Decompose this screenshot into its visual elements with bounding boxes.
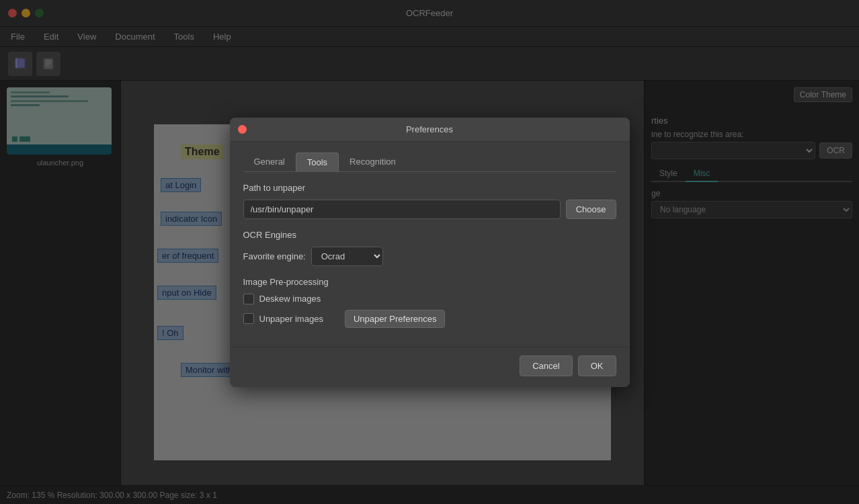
engines-section-header: OCR Engines [243, 230, 616, 240]
engine-selection-row: Favorite engine: Ocrad Tesseract CuneiFo… [243, 247, 616, 266]
choose-button[interactable]: Choose [566, 200, 616, 219]
deskew-checkbox[interactable] [243, 294, 254, 304]
favorite-engine-label: Favorite engine: [243, 251, 306, 261]
deskew-label: Deskew images [259, 294, 321, 304]
modal-tab-general[interactable]: General [243, 153, 296, 171]
modal-tab-recognition[interactable]: Recognition [339, 153, 407, 171]
unpaper-preferences-button[interactable]: Unpaper Preferences [345, 310, 446, 328]
favorite-engine-select[interactable]: Ocrad Tesseract CuneiForm [311, 247, 383, 266]
modal-tabs: General Tools Recognition [243, 153, 616, 172]
modal-titlebar: Preferences [230, 118, 630, 142]
unpaper-checkbox[interactable] [243, 313, 254, 324]
unpaper-label: Unpaper images [259, 314, 323, 324]
cancel-button[interactable]: Cancel [520, 355, 572, 376]
path-row: Choose [243, 200, 616, 219]
unpaper-row: Unpaper images Unpaper Preferences [243, 310, 616, 328]
modal-body: General Tools Recognition Path to unpape… [230, 142, 630, 347]
deskew-row: Deskew images [243, 294, 616, 304]
modal-footer: Cancel OK [230, 347, 630, 387]
unpaper-path-input[interactable] [243, 200, 561, 219]
preferences-dialog: Preferences General Tools Recognition Pa… [230, 118, 630, 387]
path-section-header: Path to unpaper [243, 183, 616, 193]
modal-overlay: Preferences General Tools Recognition Pa… [0, 0, 859, 504]
modal-title: Preferences [406, 124, 453, 134]
modal-tab-tools[interactable]: Tools [296, 153, 339, 172]
preprocess-section-header: Image Pre-processing [243, 277, 616, 287]
modal-close-button[interactable] [238, 125, 247, 134]
ok-button[interactable]: OK [578, 355, 616, 376]
